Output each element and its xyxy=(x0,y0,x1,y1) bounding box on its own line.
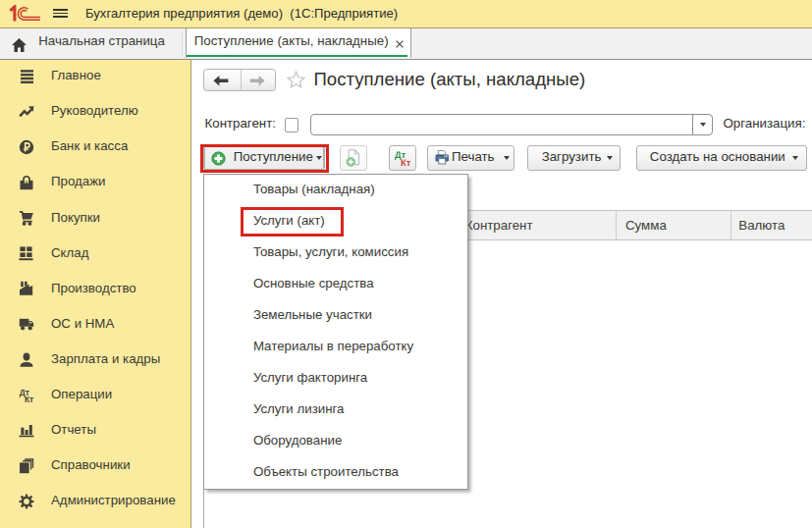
svg-text:Кт: Кт xyxy=(25,395,33,403)
